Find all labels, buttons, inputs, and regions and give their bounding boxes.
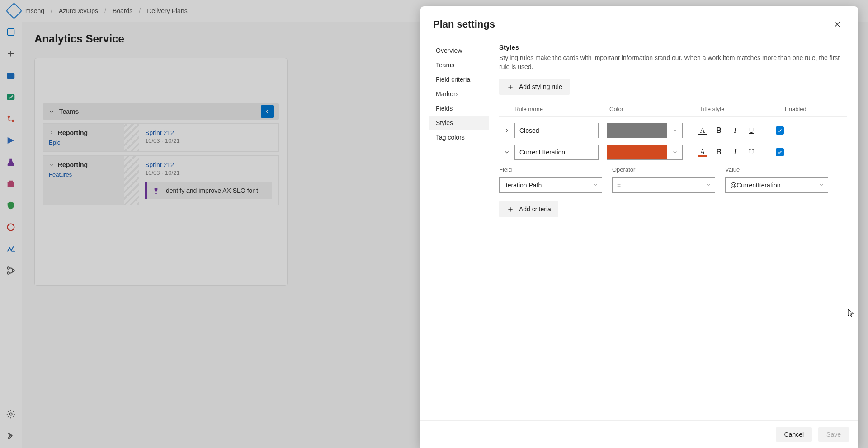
plus-icon: ＋ — [506, 205, 514, 213]
col-color: Color — [609, 106, 685, 112]
criteria-field-value: Iteration Path — [504, 182, 542, 189]
criteria-operator-label: Operator — [612, 166, 715, 173]
title-style-group: A B I U — [697, 147, 757, 158]
save-button[interactable]: Save — [818, 427, 849, 442]
nav-markers[interactable]: Markers — [429, 87, 489, 101]
panel-footer: Cancel Save — [420, 420, 858, 448]
font-color-button[interactable]: A — [697, 147, 708, 158]
rule-color-picker[interactable] — [607, 123, 683, 138]
criteria-field-label: Field — [499, 166, 602, 173]
color-swatch — [607, 123, 667, 138]
chevron-down-icon — [819, 182, 824, 189]
criteria-operator-select[interactable]: = — [612, 177, 715, 193]
enabled-checkbox[interactable] — [776, 126, 784, 135]
chevron-down-icon — [593, 182, 598, 189]
bold-button[interactable]: B — [713, 125, 724, 136]
color-swatch — [607, 145, 667, 159]
col-rule-name: Rule name — [514, 106, 601, 112]
add-rule-label: Add styling rule — [519, 83, 562, 90]
criteria-value-select[interactable]: @CurrentIteration — [725, 177, 828, 193]
rule-name-input[interactable] — [514, 123, 599, 138]
style-rule-row: A B I U — [499, 117, 847, 138]
rule-columns-header: Rule name Color Title style Enabled — [499, 106, 847, 112]
chevron-down-icon — [706, 182, 711, 189]
font-color-button[interactable]: A — [697, 125, 708, 136]
expand-rule-button[interactable] — [499, 127, 514, 134]
col-title-style: Title style — [700, 106, 763, 112]
criteria-operator-value: = — [617, 182, 621, 189]
rule-name-input[interactable] — [514, 145, 599, 160]
add-criteria-label: Add criteria — [519, 205, 551, 213]
chevron-down-icon[interactable] — [667, 123, 682, 138]
close-icon — [833, 20, 841, 28]
bold-button[interactable]: B — [713, 147, 724, 158]
rule-color-picker[interactable] — [607, 145, 683, 160]
criteria-field-select[interactable]: Iteration Path — [499, 177, 602, 193]
criteria-labels: Field Operator Value — [499, 166, 847, 173]
criteria-row: Iteration Path = @CurrentIteration — [499, 177, 847, 193]
nav-styles[interactable]: Styles — [429, 116, 489, 130]
italic-button[interactable]: I — [730, 147, 741, 158]
enabled-checkbox[interactable] — [776, 148, 784, 156]
add-criteria-button[interactable]: ＋ Add criteria — [499, 201, 558, 217]
chevron-down-icon[interactable] — [667, 145, 682, 159]
nav-fields[interactable]: Fields — [429, 101, 489, 116]
style-rule-row: A B I U — [499, 138, 847, 160]
settings-nav: Overview Teams Field criteria Markers Fi… — [429, 38, 489, 420]
col-enabled: Enabled — [785, 106, 847, 112]
nav-tag-colors[interactable]: Tag colors — [429, 130, 489, 145]
styles-heading: Styles — [499, 43, 847, 51]
panel-title: Plan settings — [433, 19, 495, 30]
styles-description: Styling rules make the cards with import… — [499, 54, 843, 71]
plus-icon: ＋ — [506, 83, 514, 91]
criteria-value-label: Value — [725, 166, 740, 173]
nav-field-criteria[interactable]: Field criteria — [429, 72, 489, 87]
nav-teams[interactable]: Teams — [429, 58, 489, 72]
settings-content: Styles Styling rules make the cards with… — [489, 38, 858, 420]
nav-overview[interactable]: Overview — [429, 43, 489, 58]
rule-criteria: Field Operator Value Iteration Path = — [499, 166, 847, 217]
title-style-group: A B I U — [697, 125, 757, 136]
criteria-value-value: @CurrentIteration — [730, 182, 780, 189]
underline-button[interactable]: U — [746, 147, 757, 158]
add-styling-rule-button[interactable]: ＋ Add styling rule — [499, 79, 570, 95]
panel-header: Plan settings — [420, 6, 858, 38]
collapse-rule-button[interactable] — [499, 149, 514, 155]
cancel-button[interactable]: Cancel — [776, 427, 812, 442]
close-button[interactable] — [829, 16, 845, 33]
underline-button[interactable]: U — [746, 125, 757, 136]
italic-button[interactable]: I — [730, 125, 741, 136]
plan-settings-panel: Plan settings Overview Teams Field crite… — [420, 6, 858, 448]
